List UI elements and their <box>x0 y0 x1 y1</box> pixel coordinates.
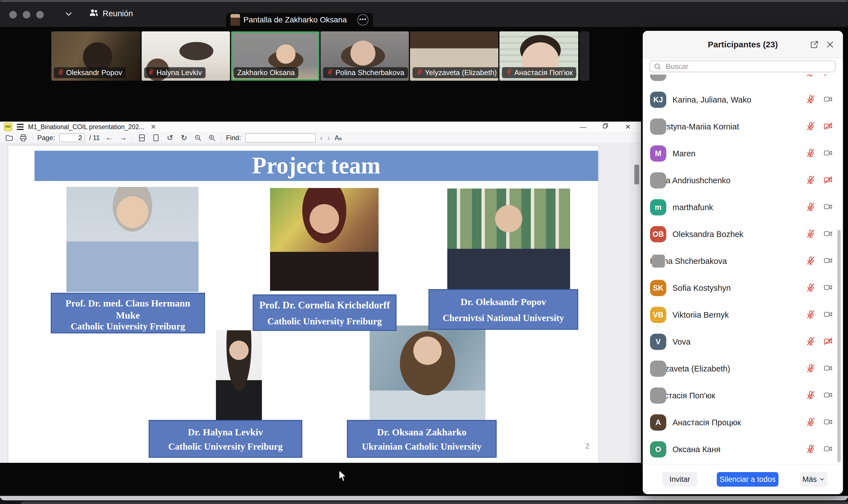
camera-on-icon <box>823 363 833 374</box>
more-button[interactable]: Más <box>800 472 827 487</box>
facing-pages-icon[interactable] <box>137 133 147 142</box>
muted-mic-icon <box>806 363 815 374</box>
tab-screen-share[interactable]: Pantalla de Zakharko Oksana ••• <box>226 13 373 27</box>
find-label: Find: <box>226 134 241 142</box>
pdf-app-icon: PDF <box>4 123 12 131</box>
page-number-input[interactable] <box>59 133 85 142</box>
match-case-icon[interactable]: Aa <box>334 134 342 142</box>
video-tile[interactable]: Oleksandr Popov <box>51 31 140 81</box>
pdf-window-controls: — ✕ <box>576 122 634 132</box>
pdf-tab-title: M1_Binational_COIL presentation_202... <box>28 123 144 131</box>
video-tile[interactable]: Zakharko Oksana <box>231 31 319 81</box>
window-zoom-dot[interactable] <box>36 11 44 18</box>
pdf-scrollbar[interactable] <box>633 143 640 463</box>
camera-on-icon <box>823 202 833 213</box>
video-participant-name: Oleksandr Popov <box>66 68 122 77</box>
participant-row[interactable]: OОксана Каня <box>643 436 843 463</box>
zoom-in-icon[interactable] <box>207 133 217 142</box>
participant-row[interactable]: OBOleksandra Bozhek <box>643 221 843 248</box>
participant-row[interactable]: Polina Shcherbakova <box>643 248 843 274</box>
participant-row[interactable]: SKSofia Kostyshyn <box>643 274 843 302</box>
video-name-label: Halyna Levkiv <box>144 67 206 78</box>
video-tile[interactable]: Yelyzaveta (Elizabeth) <box>410 31 498 81</box>
mute-all-button[interactable]: Silenciar a todos <box>717 472 778 487</box>
people-icon <box>89 7 99 20</box>
video-participant-name: Yelyzaveta (Elizabeth) <box>425 68 497 77</box>
participant-row[interactable]: Yelyzaveta (Elizabeth) <box>643 355 843 382</box>
avatar <box>650 74 666 81</box>
member-photo-halyna <box>216 330 262 430</box>
participant-row[interactable]: VBViktoriia Bernyk <box>643 302 843 328</box>
participant-row[interactable]: Maria Andriushchenko <box>643 167 843 194</box>
video-tile[interactable]: Анастасія Поп'юк <box>499 31 578 81</box>
participants-scrollbar-thumb[interactable] <box>837 230 841 462</box>
avatar: V <box>650 334 666 350</box>
participant-row[interactable] <box>643 74 843 86</box>
video-name-label: Polina Shcherbakova <box>323 67 408 78</box>
single-page-icon[interactable] <box>151 133 161 142</box>
zoom-titlebar: Reunión Pantalla de Zakharko Oksana ••• <box>0 0 848 27</box>
participant-row[interactable]: Анастасія Поп'юк <box>643 382 843 409</box>
window-minimize-dot[interactable] <box>23 11 30 18</box>
restore-icon[interactable] <box>599 122 612 132</box>
find-input[interactable] <box>245 133 315 142</box>
participants-footer: Invitar Silenciar a todos Más <box>643 464 843 494</box>
rotate-left-icon[interactable]: ↺ <box>165 133 175 142</box>
muted-mic-icon <box>806 202 815 213</box>
prev-page-icon[interactable]: ← <box>104 133 114 142</box>
avatar: SK <box>650 280 666 296</box>
pop-out-icon[interactable] <box>809 39 819 50</box>
minimize-icon[interactable]: — <box>576 122 589 132</box>
muted-mic-icon <box>148 68 155 77</box>
participant-status-icons <box>806 390 833 401</box>
close-icon[interactable] <box>825 39 835 50</box>
find-next-icon[interactable]: › <box>327 133 330 143</box>
close-icon[interactable]: ✕ <box>621 122 634 132</box>
participant-status-icons <box>806 229 833 239</box>
participant-row[interactable]: AАнастасія Процюк <box>643 409 843 436</box>
pdf-tab-close-icon[interactable]: ✕ <box>151 123 156 131</box>
avatar <box>650 172 666 188</box>
camera-on-icon <box>823 283 833 293</box>
avatar: A <box>650 414 666 431</box>
team-member-box: Dr. Halyna Levkiv Catholic University Fr… <box>149 420 302 458</box>
next-page-icon[interactable]: → <box>118 133 128 142</box>
tab-meeting[interactable]: Reunión <box>89 4 133 22</box>
video-name-label: Oleksandr Popov <box>54 67 126 78</box>
rotate-right-icon[interactable]: ↻ <box>179 133 189 142</box>
participant-row[interactable]: Khrystyna-Mariia Korniat <box>643 113 843 140</box>
pdf-scrollbar-thumb[interactable] <box>634 165 639 184</box>
video-tile[interactable]: Polina Shcherbakova <box>321 31 409 81</box>
invite-button[interactable]: Invitar <box>662 472 697 487</box>
member-photo-cornelia <box>270 188 379 291</box>
participant-status-icons <box>806 444 833 455</box>
camera-on-icon <box>823 229 833 239</box>
video-tile[interactable]: Halyna Levkiv <box>142 31 230 81</box>
team-member-box: Prof. Dr. med. Claus Hermann Muke Cathol… <box>51 293 205 334</box>
participant-row[interactable]: KJKarina, Juliana, Wako <box>643 86 843 113</box>
participant-status-icons <box>806 363 833 374</box>
search-input[interactable] <box>650 60 836 72</box>
participant-row[interactable]: mmarthafunk <box>643 194 843 221</box>
print-icon[interactable] <box>18 133 28 142</box>
pdf-reader-window: PDF M1_Binational_COIL presentation_202.… <box>0 122 641 463</box>
find-prev-icon[interactable]: ‹ <box>320 133 323 143</box>
participant-status-icons <box>806 74 833 78</box>
open-folder-icon[interactable] <box>4 133 14 142</box>
ellipsis-icon[interactable]: ••• <box>357 14 368 25</box>
menu-icon[interactable] <box>17 124 23 130</box>
pdf-document-area: Project team Prof. Dr. med. Claus Herman… <box>0 143 641 463</box>
zoom-out-icon[interactable] <box>193 133 203 142</box>
participant-name: Karina, Juliana, Wako <box>673 95 751 105</box>
muted-mic-icon <box>806 337 815 347</box>
member-photo-claus <box>67 187 198 292</box>
chevron-down-icon[interactable] <box>64 9 73 20</box>
window-close-dot[interactable] <box>9 11 17 18</box>
participant-status-icons <box>806 417 833 428</box>
pdf-toolbar: Page: / 11 ← → ↺ ↻ <box>0 132 641 143</box>
participant-row[interactable]: VVova <box>643 328 843 355</box>
participant-row[interactable]: MMaren <box>643 140 843 167</box>
avatar: VB <box>650 307 666 323</box>
avatar <box>650 119 666 135</box>
muted-mic-icon <box>806 175 815 186</box>
